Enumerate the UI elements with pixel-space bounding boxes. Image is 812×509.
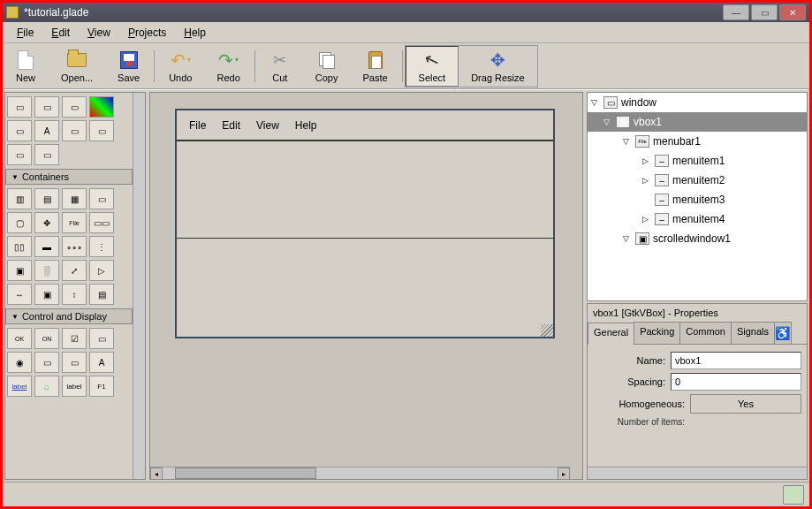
widget-vpaned[interactable]: ▬	[34, 236, 59, 257]
widget-aboutdialog[interactable]: ▭	[62, 96, 87, 118]
expander-icon[interactable]: ▽	[603, 118, 612, 126]
expander-icon[interactable]: ▷	[642, 215, 651, 224]
widget-toolbar[interactable]: ▭▭	[89, 212, 114, 233]
widget-expander[interactable]: ▷	[89, 260, 114, 281]
control-display-header[interactable]: Control and Display	[5, 308, 133, 324]
widget-eventbox[interactable]: ⤢	[62, 260, 87, 281]
statusbar-button[interactable]	[783, 485, 804, 505]
expander-icon[interactable]: ▽	[623, 234, 632, 243]
prop-spacing-input[interactable]	[671, 373, 801, 391]
tab-common[interactable]: Common	[679, 322, 732, 344]
widget-label[interactable]: label	[62, 376, 87, 397]
maximize-button[interactable]: ▭	[751, 4, 778, 20]
menu-view[interactable]: View	[80, 25, 118, 41]
widget-vbuttonbox[interactable]: ⋮	[89, 236, 114, 257]
tab-packing[interactable]: Packing	[634, 322, 680, 344]
design-menu-help[interactable]: Help	[290, 118, 323, 133]
new-button[interactable]: New	[3, 48, 49, 85]
containers-header[interactable]: Containers	[5, 169, 133, 185]
redo-button[interactable]: ↷▾ Redo	[204, 48, 252, 85]
widget-button[interactable]: OK	[7, 328, 32, 349]
widget-assistant[interactable]: ▭	[34, 144, 59, 165]
widget-hbox[interactable]: ▥	[7, 188, 32, 209]
design-menu-edit[interactable]: Edit	[216, 118, 246, 133]
menu-edit[interactable]: Edit	[44, 25, 77, 41]
minimize-button[interactable]: —	[723, 4, 749, 20]
scroll-right-icon[interactable]: ▸	[558, 467, 570, 480]
properties-scrollbar[interactable]	[588, 467, 807, 479]
design-menu-file[interactable]: File	[184, 118, 211, 133]
paste-button[interactable]: Paste	[350, 48, 399, 85]
widget-colorbutton[interactable]: ▭	[62, 352, 87, 373]
widget-hpaned[interactable]: ▯▯	[7, 236, 32, 257]
menu-help[interactable]: Help	[177, 25, 213, 41]
widget-window[interactable]: ▭	[7, 96, 32, 118]
drag-resize-mode-button[interactable]: ✥ Drag Resize	[459, 46, 537, 87]
tree-row-menuitem3[interactable]: – menuitem3	[588, 190, 807, 209]
tree-row-vbox1[interactable]: ▽ ▤ vbox1	[588, 112, 807, 132]
tree-row-menuitem4[interactable]: ▷ – menuitem4	[588, 209, 807, 229]
undo-button[interactable]: ↶▾ Undo	[156, 48, 204, 85]
widget-dialog[interactable]: ▭	[34, 96, 59, 118]
widget-togglebutton[interactable]: ON	[34, 328, 59, 349]
widget-checkbutton[interactable]: ☑	[62, 328, 87, 349]
resize-grip-icon[interactable]	[541, 324, 553, 337]
tree-row-menubar1[interactable]: ▽ File menubar1	[588, 132, 807, 151]
scrollbar-thumb[interactable]	[175, 467, 316, 479]
expander-icon[interactable]: ▷	[642, 176, 651, 185]
menu-projects[interactable]: Projects	[121, 25, 173, 41]
tab-accessibility[interactable]: ♿	[774, 322, 792, 344]
design-vbox-slot-1[interactable]	[177, 141, 553, 238]
open-button[interactable]: Open...	[49, 48, 105, 85]
widget-aspectframe[interactable]: ✥	[34, 212, 59, 233]
widget-fixed[interactable]: ░	[34, 260, 59, 281]
widget-handlebox[interactable]: ▤	[89, 284, 114, 305]
tree-row-menuitem1[interactable]: ▷ – menuitem1	[588, 151, 807, 171]
widget-image[interactable]: ⌂	[34, 376, 59, 397]
save-button[interactable]: Save	[105, 48, 152, 85]
widget-radiobutton[interactable]: ◉	[7, 352, 32, 373]
menu-file[interactable]: File	[10, 25, 41, 41]
widget-filebutton[interactable]: ▭	[34, 352, 59, 373]
cut-button[interactable]: ✂ Cut	[257, 48, 303, 85]
design-vbox-slot-2[interactable]	[177, 238, 553, 335]
close-button[interactable]: ✕	[779, 4, 806, 20]
tab-general[interactable]: General	[588, 323, 634, 345]
widget-colordialog[interactable]	[89, 96, 114, 118]
widget-messagedialog[interactable]: ▭	[89, 120, 114, 141]
widget-recentdialog[interactable]: ▭	[7, 144, 32, 165]
prop-homogeneous-toggle[interactable]: Yes	[690, 394, 801, 414]
palette-scrollbar[interactable]	[133, 93, 145, 479]
widget-viewport[interactable]: ↔	[7, 284, 32, 305]
widget-fontdialog[interactable]: A	[34, 120, 59, 141]
select-mode-button[interactable]: ↖ Select	[406, 46, 459, 87]
tree-row-menuitem2[interactable]: ▷ – menuitem2	[588, 171, 807, 190]
design-window[interactable]: File Edit View Help	[175, 109, 555, 338]
widget-layout[interactable]: ▣	[7, 260, 32, 281]
prop-name-input[interactable]	[671, 352, 801, 369]
design-menubar[interactable]: File Edit View Help	[177, 110, 553, 141]
widget-frame[interactable]: ▢	[7, 212, 32, 233]
design-menu-view[interactable]: View	[251, 118, 285, 133]
widget-hbuttonbox[interactable]: ∘∘∘	[62, 236, 87, 257]
widget-vbox[interactable]: ▤	[34, 188, 59, 209]
widget-alignment[interactable]: ↕	[62, 284, 87, 305]
widget-spinbutton[interactable]: ▭	[89, 328, 114, 349]
widget-menubar[interactable]: File	[62, 212, 87, 233]
copy-button[interactable]: Copy	[303, 48, 351, 85]
widget-scrolledwindow[interactable]: ▣	[34, 284, 59, 305]
tab-signals[interactable]: Signals	[731, 322, 775, 344]
tree-row-window[interactable]: ▽ ▭ window	[588, 93, 807, 112]
widget-table[interactable]: ▦	[62, 188, 87, 209]
widget-linkbutton[interactable]: label	[7, 376, 32, 397]
widget-fontbutton[interactable]: A	[89, 352, 114, 373]
expander-icon[interactable]: ▽	[623, 137, 632, 146]
widget-notebook[interactable]: ▭	[89, 188, 114, 209]
scroll-left-icon[interactable]: ◂	[150, 467, 163, 480]
expander-icon[interactable]: ▽	[591, 98, 600, 107]
widget-inputdialog[interactable]: ▭	[62, 120, 87, 141]
tree-row-scrolledwindow1[interactable]: ▽ ▣ scrolledwindow1	[588, 229, 807, 248]
widget-accellabel[interactable]: F1	[89, 376, 114, 397]
widget-filedialog[interactable]: ▭	[7, 120, 32, 141]
expander-icon[interactable]: ▷	[642, 156, 651, 165]
